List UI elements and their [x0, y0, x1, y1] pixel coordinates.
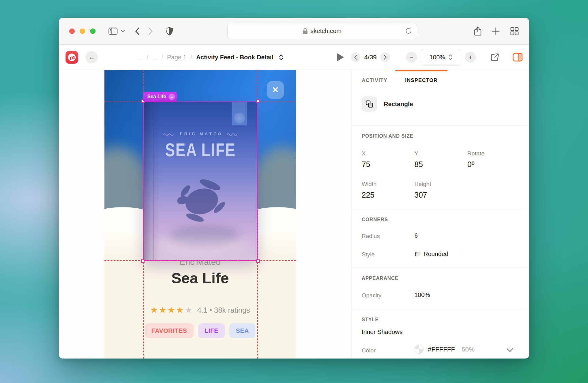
field-label-y: Y: [414, 150, 418, 157]
inspector-panel: ACTIVITY INSPECTOR Rectangle POSITION AN…: [352, 70, 529, 359]
selection-handle[interactable]: [256, 259, 260, 263]
rounded-corner-icon: [414, 251, 420, 257]
share-icon[interactable]: [474, 27, 481, 36]
url-bar[interactable]: sketch.com: [227, 23, 417, 39]
workspace-back-button[interactable]: ←: [85, 51, 98, 63]
field-value-x[interactable]: 75: [362, 160, 370, 169]
book-cover-rectangle[interactable]: ERIC MATEO SEA LIFE: [143, 102, 258, 261]
zoom-level-value: 100%: [429, 54, 445, 61]
zoom-out-button[interactable]: −: [406, 52, 417, 63]
zoom-stepper-icon[interactable]: [448, 54, 453, 60]
tags-row: FAVORITESLIFESEA: [104, 323, 296, 338]
star-icon: ★: [150, 305, 158, 315]
breadcrumb-separator: /: [161, 54, 163, 61]
artboard-selector-chevrons-icon[interactable]: [279, 54, 284, 61]
field-label-rotate: Rotate: [467, 150, 484, 157]
browser-window: sketch.com: [59, 18, 529, 359]
close-window-button[interactable]: [69, 28, 75, 34]
tag-life[interactable]: LIFE: [198, 323, 225, 338]
canvas[interactable]: ✕ Sea Life → ERIC MATEO SEA LIFE: [59, 70, 352, 359]
field-label-opacity: Opacity: [362, 292, 381, 299]
minimize-window-button[interactable]: [80, 28, 85, 34]
close-button[interactable]: ✕: [267, 81, 284, 99]
field-label-x: X: [362, 150, 366, 157]
field-value-height[interactable]: 307: [414, 191, 427, 199]
active-tab-indicator: [395, 70, 447, 71]
section-divider: [352, 309, 529, 309]
field-value-rotate[interactable]: 0º: [467, 160, 474, 169]
new-tab-icon[interactable]: [492, 27, 500, 35]
tag-sea[interactable]: SEA: [229, 323, 255, 338]
field-value-y[interactable]: 85: [414, 160, 423, 169]
selection-label[interactable]: Sea Life →: [143, 92, 177, 102]
chevron-down-icon[interactable]: [507, 347, 513, 354]
field-value-opacity[interactable]: 100%: [414, 292, 430, 299]
chrome-right-icons: [474, 27, 519, 36]
breadcrumb-separator: /: [190, 54, 192, 61]
breadcrumb-ellipsis[interactable]: ...: [152, 54, 157, 61]
star-icon: ★: [159, 305, 167, 315]
tab-activity[interactable]: ACTIVITY: [362, 77, 387, 84]
tab-overview-icon[interactable]: [510, 27, 519, 35]
rating-row: ★★★★★ 4.1 • 38k ratings: [104, 305, 296, 315]
back-arrow-icon: ←: [89, 54, 95, 61]
field-value-radius[interactable]: 6: [414, 232, 418, 239]
field-label-corner-style: Style: [362, 251, 375, 258]
style-subtitle-inner-shadows: Inner Shadows: [362, 329, 402, 336]
toggle-inspector-panel-icon[interactable]: [513, 53, 522, 61]
sidebar-chevron-icon[interactable]: [121, 30, 125, 32]
zoom-controls: − 100% +: [406, 49, 476, 65]
artboard-pager: 4/39: [351, 52, 390, 62]
star-icon: ★: [176, 305, 184, 315]
zoom-level-control[interactable]: 100%: [421, 49, 461, 65]
zoom-in-button[interactable]: +: [465, 52, 476, 63]
breadcrumb-separator: /: [147, 54, 149, 61]
artboard-activity-feed-book-detail[interactable]: ✕ Sea Life → ERIC MATEO SEA LIFE: [104, 70, 296, 359]
color-swatch-icon: [414, 345, 424, 354]
open-in-app-icon[interactable]: [491, 53, 499, 61]
section-title-position: POSITION AND SIZE: [362, 133, 413, 139]
url-text: sketch.com: [311, 28, 341, 35]
field-value-corner-style[interactable]: Rounded: [414, 251, 448, 258]
traffic-lights: [69, 28, 96, 34]
field-label-height: Height: [414, 181, 431, 188]
arrow-right-icon: →: [168, 94, 175, 100]
next-artboard-button[interactable]: [380, 52, 390, 62]
color-hex-value[interactable]: #FFFFFF: [428, 346, 455, 353]
rating-text: 4.1 • 38k ratings: [197, 306, 250, 314]
field-label-color: Color: [362, 347, 375, 354]
section-title-corners: CORNERS: [362, 217, 388, 222]
sidebar-toggle-icon[interactable]: [108, 28, 118, 35]
previous-artboard-button[interactable]: [351, 52, 360, 62]
field-value-width[interactable]: 225: [362, 191, 375, 199]
corner-style-text: Rounded: [424, 251, 448, 258]
color-value-group[interactable]: #FFFFFF 50%: [414, 345, 475, 354]
logo-m-icon: m: [67, 53, 77, 62]
color-opacity-value[interactable]: 50%: [462, 346, 475, 353]
tag-favorites[interactable]: FAVORITES: [145, 323, 193, 338]
privacy-shield-icon[interactable]: [166, 27, 173, 35]
section-divider: [352, 125, 529, 126]
section-divider: [352, 268, 529, 268]
breadcrumb-current-artboard[interactable]: Activity Feed - Book Detail: [196, 54, 273, 61]
field-label-width: Width: [362, 181, 377, 188]
toolbar-right-controls: 4/39 − 100% +: [337, 49, 522, 65]
selection-handle[interactable]: [141, 259, 145, 263]
breadcrumb-page[interactable]: Page 1: [167, 54, 186, 61]
selected-layer-row[interactable]: Rectangle: [362, 96, 413, 112]
layer-type-icon: [362, 96, 377, 112]
sketch-app-logo[interactable]: m: [66, 51, 78, 64]
rating-stars: ★★★★★: [150, 305, 192, 315]
play-prototype-icon[interactable]: [337, 53, 344, 61]
selection-handle[interactable]: [256, 99, 260, 103]
reload-icon[interactable]: [405, 27, 412, 35]
section-divider: [352, 209, 529, 209]
fullscreen-window-button[interactable]: [90, 28, 96, 34]
back-icon[interactable]: [135, 27, 140, 35]
main-content: ✕ Sea Life → ERIC MATEO SEA LIFE: [59, 70, 529, 359]
star-icon: ★: [185, 305, 192, 315]
breadcrumb-ellipsis[interactable]: ...: [138, 54, 143, 61]
breadcrumb: ... / ... / Page 1 / Activity Feed - Boo…: [138, 54, 284, 61]
tab-inspector[interactable]: INSPECTOR: [405, 77, 438, 84]
forward-icon[interactable]: [148, 27, 153, 35]
